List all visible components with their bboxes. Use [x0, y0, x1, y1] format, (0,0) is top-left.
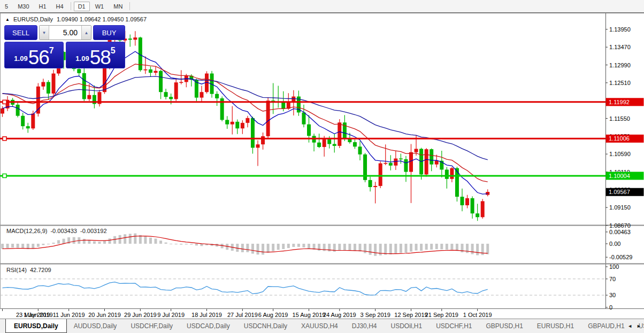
price-axis-badge-label: 1.11006 [609, 135, 630, 142]
macd-name: MACD(12,26,9) [6, 228, 47, 234]
date-tick-label: 6 Aug 2019 [258, 312, 288, 318]
sell-price-box[interactable]: 1.09 56 7 [4, 42, 64, 68]
rsi-indicator-label: RSI(14) 42.7209 [6, 267, 51, 273]
macd-tick-label: 0.00463 [609, 229, 631, 235]
timeframe-button-w1[interactable]: W1 [91, 2, 109, 11]
tab-scroll-controls: ◄ ► [627, 319, 641, 333]
price-tick-label: 1.10590 [609, 151, 631, 157]
price-tick-label: 1.09150 [609, 204, 631, 211]
one-click-trading-panel: SELL ▼ 5.00 ▲ BUY 1.09 56 7 1.09 58 5 [4, 25, 125, 68]
date-tick-label: 12 Sep 2019 [394, 312, 427, 318]
price-tick-label: 1.12510 [609, 80, 631, 86]
price-tick-label: 1.13950 [609, 26, 631, 33]
date-tick-label: 1 Jun 2019 [24, 312, 52, 318]
buy-price-prefix: 1.09 [75, 55, 89, 63]
tab-audusd-daily[interactable]: AUDUSD,Daily [67, 319, 124, 333]
rsi-tick-label: 0 [609, 304, 612, 311]
tab-usdchf-daily[interactable]: USDCHF,Daily [124, 319, 180, 333]
collapse-panel-icon[interactable]: ▲ [5, 17, 10, 22]
tab-usdoil-h1[interactable]: USDOil,H1 [384, 319, 429, 333]
toolbar-divider [71, 2, 71, 10]
date-tick-label: 20 Jun 2019 [88, 312, 121, 318]
rsi-tick-label: 70 [609, 276, 616, 282]
price-tick-label: 1.12990 [609, 62, 631, 68]
chart-tabbar: EURUSD,DailyAUDUSD,DailyUSDCHF,DailyUSDC… [0, 319, 644, 333]
price-axis-badge-label: 1.09567 [609, 189, 630, 195]
buy-price-pipette: 5 [111, 46, 116, 56]
buy-button[interactable]: BUY [93, 25, 125, 40]
rsi-name: RSI(14) [6, 267, 27, 273]
chart-symbol-label: EURUSD,Daily [13, 16, 53, 22]
timeframe-toolbar: 5M30H1H4D1W1MN [0, 0, 644, 12]
date-tick-label: 15 Aug 2019 [293, 312, 326, 318]
chart-ohlc-values: 1.09490 1.09642 1.09450 1.09567 [57, 16, 147, 22]
date-tick-label: 27 Jul 2019 [227, 312, 258, 318]
macd-tick-label: 0.00 [609, 241, 620, 247]
timeframe-button-h4[interactable]: H4 [52, 2, 68, 11]
tab-gbpaud-h1[interactable]: GBPAUD,H1 [581, 319, 631, 333]
tab-gbpusd-h1[interactable]: GBPUSD,H1 [479, 319, 530, 333]
tab-xauusd-h4[interactable]: XAUUSD,H4 [294, 319, 345, 333]
volume-stepper: ▼ 5.00 ▲ [39, 25, 91, 40]
tab-eurusd-h1[interactable]: EURUSD,H1 [530, 319, 581, 333]
buy-price-box[interactable]: 1.09 58 5 [66, 42, 125, 68]
macd-tick-label: -0.00529 [609, 254, 632, 260]
date-tick-label: 21 Sep 2019 [425, 312, 458, 318]
buy-price-main: 58 [90, 49, 111, 66]
timeframe-button-mn[interactable]: MN [109, 2, 127, 11]
macd-indicator-label: MACD(12,26,9) -0.003433 -0.003192 [6, 228, 107, 234]
sell-price-pipette: 7 [49, 46, 54, 56]
tab-scroll-left-icon[interactable]: ◄ [627, 323, 632, 329]
volume-input[interactable]: 5.00 [49, 26, 81, 40]
price-axis-badge-label: 1.10004 [609, 173, 630, 179]
line-handle [3, 100, 6, 104]
sell-button[interactable]: SELL [4, 25, 37, 40]
rsi-value: 42.7209 [30, 267, 51, 273]
tab-eurusd-daily[interactable]: EURUSD,Daily [5, 319, 67, 333]
price-tick-label: 1.11550 [609, 115, 630, 122]
sell-price-prefix: 1.09 [14, 55, 27, 63]
line-handle [3, 137, 6, 141]
price-tick-label: 1.08670 [609, 222, 631, 229]
macd-main-value: -0.003433 [50, 228, 77, 234]
sell-price-main: 56 [28, 49, 49, 66]
date-tick-label: 9 Jul 2019 [157, 312, 185, 318]
tab-scroll-right-icon[interactable]: ► [637, 323, 641, 329]
toolbar-divider [129, 2, 130, 10]
date-tick-label: 11 Jun 2019 [53, 312, 85, 318]
chart-ohlc-title: ▲ EURUSD,Daily 1.09490 1.09642 1.09450 1… [5, 16, 147, 22]
timeframe-button-m30[interactable]: M30 [13, 2, 33, 11]
price-axis-badge-label: 1.11992 [609, 99, 630, 105]
timeframe-button-5[interactable]: 5 [1, 2, 12, 11]
rsi-tick-label: 100 [609, 264, 619, 270]
date-tick-label: 24 Aug 2019 [323, 312, 356, 318]
chart-window: 1.139501.134701.129901.125101.120301.115… [0, 12, 644, 319]
macd-signal-value: -0.003192 [80, 228, 107, 234]
tab-usdcnh-daily[interactable]: USDCNH,Daily [237, 319, 294, 333]
timeframe-button-h1[interactable]: H1 [35, 2, 51, 11]
rsi-tick-label: 30 [609, 292, 616, 298]
line-handle [3, 174, 6, 177]
date-tick-label: 29 Jun 2019 [124, 312, 157, 318]
tab-usdchf-h1[interactable]: USDCHF,H1 [429, 319, 479, 333]
tab-dj30-h4[interactable]: DJ30,H4 [345, 319, 384, 333]
date-tick-label: 1 Oct 2019 [463, 312, 492, 318]
tab-usdcad-daily[interactable]: USDCAD,Daily [180, 319, 237, 333]
date-tick-label: 18 Jul 2019 [191, 312, 222, 318]
volume-decrease-button[interactable]: ▼ [40, 26, 49, 40]
price-tick-label: 1.13470 [609, 44, 631, 50]
timeframe-button-d1[interactable]: D1 [74, 2, 90, 11]
date-tick-label: 3 Sep 2019 [361, 312, 390, 318]
volume-increase-button[interactable]: ▲ [81, 26, 91, 40]
